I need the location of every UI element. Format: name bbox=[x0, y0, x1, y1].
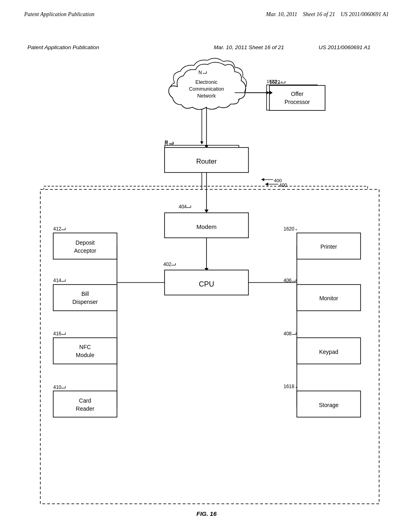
svg-text:1622: 1622 bbox=[269, 79, 280, 85]
svg-text:Monitor: Monitor bbox=[319, 295, 338, 301]
svg-rect-116 bbox=[53, 285, 117, 311]
svg-text:414: 414 bbox=[53, 278, 61, 283]
header-right: Mar. 10, 2011 Sheet 16 of 21 US 2011/006… bbox=[266, 11, 389, 18]
svg-text:400: 400 bbox=[279, 183, 287, 188]
svg-text:Router: Router bbox=[196, 158, 217, 165]
svg-text:Bill: Bill bbox=[81, 291, 89, 297]
svg-text:Card: Card bbox=[79, 397, 91, 404]
svg-text:412: 412 bbox=[53, 226, 61, 232]
svg-rect-77 bbox=[269, 85, 325, 110]
svg-rect-122 bbox=[53, 338, 117, 364]
svg-marker-91 bbox=[265, 183, 268, 186]
ecn-cloud: N Electronic Communication Network bbox=[169, 62, 246, 109]
header-pub-label: Patent Application Publication bbox=[27, 44, 99, 50]
page-header: Patent Application Publication Mar. 10, … bbox=[0, 0, 413, 18]
svg-text:Processor: Processor bbox=[284, 99, 310, 105]
header-date: Mar. 10, 2011 Sheet 16 of 21 bbox=[214, 44, 284, 50]
svg-text:Dispenser: Dispenser bbox=[72, 299, 98, 305]
svg-text:416: 416 bbox=[53, 331, 61, 337]
svg-text:1620: 1620 bbox=[284, 226, 294, 232]
main-diagram: Patent Application Publication Mar. 10, … bbox=[0, 28, 413, 508]
svg-text:410: 410 bbox=[53, 384, 61, 390]
svg-text:Module: Module bbox=[76, 352, 94, 358]
svg-rect-128 bbox=[53, 391, 117, 417]
svg-text:Communication: Communication bbox=[189, 86, 224, 92]
svg-text:408: 408 bbox=[284, 331, 292, 337]
figure-caption: FIG. 16 bbox=[196, 510, 217, 517]
svg-text:402: 402 bbox=[163, 262, 171, 267]
svg-text:406: 406 bbox=[284, 278, 292, 283]
offer-processor: 1622 Offer Processor bbox=[269, 79, 325, 110]
svg-text:Network: Network bbox=[197, 93, 216, 99]
svg-text:Storage: Storage bbox=[319, 402, 338, 408]
svg-text:Acceptor: Acceptor bbox=[74, 247, 96, 254]
header-left: Patent Application Publication bbox=[24, 11, 94, 18]
svg-text:Keypad: Keypad bbox=[319, 349, 338, 355]
svg-rect-109 bbox=[53, 233, 117, 259]
svg-text:Reader: Reader bbox=[76, 405, 94, 412]
svg-text:CPU: CPU bbox=[199, 280, 214, 288]
svg-text:1618: 1618 bbox=[284, 384, 294, 389]
header-patent: US 2011/0060691 A1 bbox=[319, 44, 371, 50]
svg-text:Electronic: Electronic bbox=[196, 79, 218, 85]
svg-text:Offer: Offer bbox=[291, 91, 304, 97]
svg-text:N: N bbox=[198, 70, 202, 75]
svg-text:Printer: Printer bbox=[320, 243, 337, 250]
svg-text:NFC: NFC bbox=[79, 344, 91, 350]
svg-text:404: 404 bbox=[179, 204, 187, 210]
svg-text:Modem: Modem bbox=[196, 223, 217, 230]
svg-text:Deposit: Deposit bbox=[75, 239, 95, 246]
svg-text:R: R bbox=[165, 141, 168, 146]
